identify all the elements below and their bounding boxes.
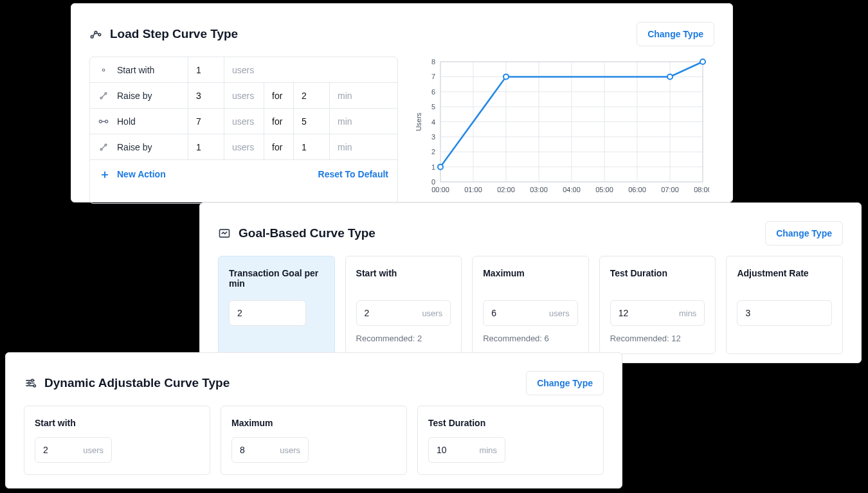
- goal-header: Goal-Based Curve Type Change Type: [200, 203, 861, 256]
- row-for-value[interactable]: 2: [293, 83, 329, 108]
- svg-text:05:00: 05:00: [595, 186, 613, 193]
- change-type-button[interactable]: Change Type: [526, 371, 604, 395]
- card-input[interactable]: [437, 445, 469, 455]
- svg-text:07:00: 07:00: [661, 186, 679, 193]
- row-value[interactable]: 1: [188, 57, 224, 82]
- card-input[interactable]: [237, 308, 276, 318]
- row-value[interactable]: 1: [188, 134, 224, 159]
- svg-text:4: 4: [431, 118, 435, 126]
- card-input[interactable]: [619, 308, 657, 318]
- goal-card: Adjustment Rate: [726, 256, 843, 354]
- card-label: Transaction Goal per min: [229, 268, 324, 291]
- svg-point-3: [102, 69, 105, 71]
- dynamic-card: Start withusers: [24, 406, 210, 475]
- row-for-value[interactable]: 5: [293, 109, 329, 134]
- card-input-wrap: users: [231, 437, 309, 463]
- table-footer: ＋ New Action Reset To Default: [90, 160, 397, 188]
- start-icon: [90, 66, 117, 75]
- table-row: Raise by 3 users for 2 min: [90, 83, 397, 109]
- new-action-label: New Action: [117, 169, 166, 179]
- card-label: Maximum: [483, 268, 578, 291]
- table-row: Start with 1 users: [90, 57, 397, 83]
- goal-icon: [218, 227, 231, 240]
- row-for-value[interactable]: 1: [293, 134, 329, 159]
- raise-icon: [90, 91, 117, 100]
- chart-svg: 01234567800:0001:0002:0003:0004:0005:000…: [413, 57, 709, 201]
- row-label: Start with: [117, 65, 188, 75]
- load-step-header: Load Step Curve Type Change Type: [71, 4, 732, 57]
- svg-point-7: [105, 120, 108, 123]
- svg-point-48: [438, 165, 443, 170]
- recommended-text: Recommended: 2: [356, 334, 451, 343]
- input-suffix: users: [549, 309, 570, 318]
- card-input-wrap: mins: [610, 300, 705, 326]
- svg-text:3: 3: [431, 133, 435, 141]
- row-for: for: [264, 109, 293, 134]
- card-label: Start with: [35, 418, 199, 428]
- input-suffix: mins: [480, 445, 497, 455]
- recommended-text: Recommended: 6: [483, 334, 578, 343]
- card-input[interactable]: [745, 308, 784, 318]
- card-input[interactable]: [491, 308, 530, 318]
- card-label: Test Duration: [610, 268, 705, 291]
- dynamic-body: Start withusersMaximumusersTest Duration…: [6, 406, 622, 488]
- change-type-button[interactable]: Change Type: [637, 22, 714, 46]
- card-input[interactable]: [365, 308, 403, 318]
- card-input-wrap: [229, 300, 306, 326]
- row-unit: users: [224, 57, 264, 82]
- reset-default-button[interactable]: Reset To Default: [318, 169, 388, 179]
- row-unit: users: [224, 134, 264, 159]
- hold-icon: [90, 118, 117, 125]
- load-step-table: Start with 1 users Raise by 3 users for …: [89, 57, 398, 204]
- row-for: for: [264, 134, 293, 159]
- svg-text:6: 6: [431, 88, 435, 96]
- row-label: Raise by: [117, 142, 188, 152]
- new-action-button[interactable]: ＋ New Action: [99, 168, 166, 180]
- load-step-chart: 01234567800:0001:0002:0003:0004:0005:000…: [413, 57, 714, 204]
- dynamic-header: Dynamic Adjustable Curve Type Change Typ…: [6, 353, 622, 406]
- change-type-button[interactable]: Change Type: [765, 221, 843, 246]
- goal-card: MaximumusersRecommended: 6: [472, 256, 589, 354]
- row-label: Raise by: [117, 91, 188, 101]
- goal-title-wrap: Goal-Based Curve Type: [218, 226, 375, 240]
- row-value[interactable]: 3: [188, 83, 224, 108]
- card-label: Start with: [356, 268, 451, 291]
- input-suffix: users: [83, 445, 104, 455]
- svg-point-50: [667, 74, 673, 79]
- curve-nodes-icon: [89, 28, 102, 40]
- svg-point-55: [33, 385, 35, 387]
- card-input[interactable]: [240, 445, 272, 455]
- card-input-wrap: [737, 300, 832, 326]
- card-label: Maximum: [231, 418, 396, 428]
- card-input-wrap: users: [356, 300, 451, 326]
- input-suffix: mins: [679, 309, 696, 318]
- row-unit: users: [224, 109, 264, 134]
- svg-text:01:00: 01:00: [464, 186, 482, 193]
- dynamic-adjustable-panel: Dynamic Adjustable Curve Type Change Typ…: [5, 352, 622, 489]
- svg-text:8: 8: [431, 58, 435, 66]
- row-for-unit: min: [329, 109, 369, 134]
- svg-text:08:00: 08:00: [694, 186, 709, 193]
- dynamic-title: Dynamic Adjustable Curve Type: [44, 376, 230, 390]
- svg-point-49: [503, 74, 509, 79]
- svg-text:02:00: 02:00: [497, 186, 515, 193]
- svg-text:1: 1: [431, 163, 435, 171]
- svg-text:5: 5: [431, 103, 435, 111]
- raise-icon: [90, 143, 117, 152]
- table-row: Raise by 1 users for 1 min: [90, 134, 397, 160]
- svg-point-0: [91, 35, 93, 38]
- load-step-panel: Load Step Curve Type Change Type Start w…: [71, 3, 733, 202]
- card-input[interactable]: [43, 445, 75, 455]
- svg-point-54: [28, 382, 30, 384]
- svg-point-53: [32, 379, 33, 381]
- goal-title: Goal-Based Curve Type: [239, 226, 375, 240]
- row-value[interactable]: 7: [188, 109, 224, 134]
- dynamic-card: Test Durationmins: [417, 406, 604, 475]
- row-for: for: [264, 83, 293, 108]
- svg-text:00:00: 00:00: [431, 186, 449, 193]
- svg-text:06:00: 06:00: [628, 186, 646, 193]
- svg-text:7: 7: [431, 73, 435, 80]
- card-label: Test Duration: [428, 418, 593, 428]
- svg-point-6: [99, 120, 102, 123]
- svg-point-5: [105, 93, 107, 94]
